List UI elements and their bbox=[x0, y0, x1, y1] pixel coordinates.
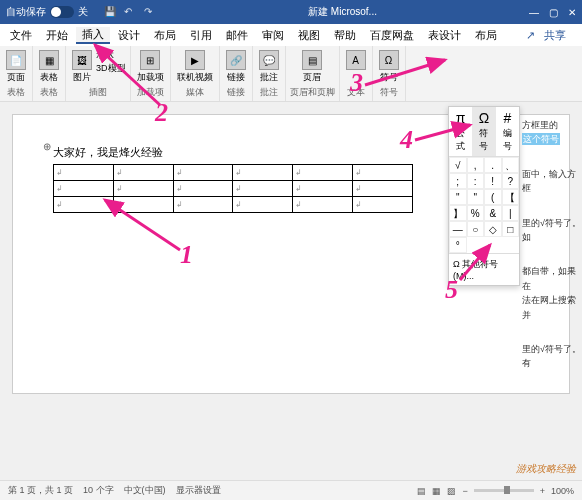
tab-help[interactable]: 帮助 bbox=[328, 28, 362, 43]
symbol-cell[interactable]: ° bbox=[449, 237, 467, 253]
symbol-cell[interactable]: 【 bbox=[502, 189, 520, 205]
view-read-icon[interactable]: ▤ bbox=[417, 486, 426, 496]
group-links: 🔗链接 链接 bbox=[220, 46, 253, 101]
tab-baidu[interactable]: 百度网盘 bbox=[364, 28, 420, 43]
link-button[interactable]: 🔗链接 bbox=[224, 48, 248, 86]
number-tab[interactable]: #编号 bbox=[496, 107, 519, 156]
table-icon: ▦ bbox=[39, 50, 59, 70]
symbol-grid: √,.、;:!?""(【】%&|—○◇□° bbox=[449, 157, 519, 253]
symbol-dropdown: π公式 Ω符号 #编号 √,.、;:!?""(【】%&|—○◇□° Ω 其他符号… bbox=[448, 106, 520, 286]
zoom-slider[interactable] bbox=[474, 489, 534, 492]
symbol-cell[interactable]: & bbox=[484, 205, 502, 221]
text-icon: A bbox=[346, 50, 366, 70]
group-media: ▶联机视频 媒体 bbox=[171, 46, 220, 101]
tab-design[interactable]: 设计 bbox=[112, 28, 146, 43]
addins-button[interactable]: ⊞加载项 bbox=[135, 48, 166, 86]
symbol-cell[interactable]: ; bbox=[449, 173, 467, 189]
status-page[interactable]: 第 1 页，共 1 页 bbox=[8, 484, 73, 497]
close-icon[interactable]: ✕ bbox=[568, 7, 576, 18]
side-text: 方框里的这个符号 面中，输入方框 里的√符号了。如 都自带，如果在法在网上搜索并… bbox=[522, 118, 582, 391]
group-addins: ⊞加载项 加载项 bbox=[131, 46, 171, 101]
tab-mail[interactable]: 邮件 bbox=[220, 28, 254, 43]
picture-icon: 🖼 bbox=[72, 50, 92, 70]
group-header: ▤页眉 页眉和页脚 bbox=[286, 46, 340, 101]
symbol-cell[interactable]: | bbox=[502, 205, 520, 221]
status-bar: 第 1 页，共 1 页 10 个字 中文(中国) 显示器设置 ▤ ▦ ▨ − +… bbox=[0, 480, 582, 500]
group-comments: 💬批注 批注 bbox=[253, 46, 286, 101]
redo-icon[interactable]: ↷ bbox=[144, 6, 156, 18]
maximize-icon[interactable]: ▢ bbox=[549, 7, 558, 18]
anchor-icon: ⊕ bbox=[43, 141, 51, 152]
zoom-level[interactable]: 100% bbox=[551, 486, 574, 496]
header-button[interactable]: ▤页眉 bbox=[300, 48, 324, 86]
symbol-cell[interactable]: ( bbox=[484, 189, 502, 205]
zoom-in[interactable]: + bbox=[540, 486, 545, 496]
ribbon: 📄页面 表格 ▦表格 表格 🖼图片 形状 3D模型 插图 ⊞加载项 加载项 ▶联… bbox=[0, 46, 582, 102]
quick-access-toolbar: 💾 ↶ ↷ bbox=[104, 6, 156, 18]
annotation-1: 1 bbox=[180, 240, 193, 270]
zoom-out[interactable]: − bbox=[462, 486, 467, 496]
shapes-button[interactable]: 形状 bbox=[96, 48, 126, 61]
symbol-cell[interactable]: √ bbox=[449, 157, 467, 173]
autosave-toggle[interactable]: 自动保存 关 bbox=[6, 5, 88, 19]
tab-view[interactable]: 视图 bbox=[292, 28, 326, 43]
symbol-cell[interactable]: : bbox=[467, 173, 485, 189]
tab-file[interactable]: 文件 bbox=[4, 28, 38, 43]
video-icon: ▶ bbox=[185, 50, 205, 70]
window-controls: — ▢ ✕ bbox=[529, 7, 576, 18]
view-print-icon[interactable]: ▦ bbox=[432, 486, 441, 496]
save-icon[interactable]: 💾 bbox=[104, 6, 116, 18]
symbol-cell[interactable]: ○ bbox=[467, 221, 485, 237]
share-button[interactable]: ↗ 共享 bbox=[520, 28, 578, 43]
symbol-cell[interactable]: , bbox=[467, 157, 485, 173]
status-display[interactable]: 显示器设置 bbox=[176, 484, 221, 497]
annotation-5: 5 bbox=[445, 275, 458, 305]
tab-insert[interactable]: 插入 bbox=[76, 27, 110, 44]
symbol-tab[interactable]: Ω符号 bbox=[472, 107, 495, 156]
tab-tdesign[interactable]: 表设计 bbox=[422, 28, 467, 43]
more-symbols[interactable]: Ω 其他符号(M)... bbox=[449, 253, 519, 285]
toggle-icon bbox=[50, 6, 74, 18]
symbol-cell[interactable]: " bbox=[467, 189, 485, 205]
symbol-cell[interactable]: . bbox=[484, 157, 502, 173]
model-button[interactable]: 3D模型 bbox=[96, 62, 126, 75]
symbol-button[interactable]: Ω符号 bbox=[377, 48, 401, 86]
pages-button[interactable]: 📄页面 bbox=[4, 48, 28, 86]
equation-tab[interactable]: π公式 bbox=[449, 107, 472, 156]
picture-button[interactable]: 🖼图片 bbox=[70, 48, 94, 86]
tab-references[interactable]: 引用 bbox=[184, 28, 218, 43]
symbol-cell[interactable]: 】 bbox=[449, 205, 467, 221]
window-title: 新建 Microsof... bbox=[164, 5, 521, 19]
group-illustrations: 🖼图片 形状 3D模型 插图 bbox=[66, 46, 131, 101]
tab-layout[interactable]: 布局 bbox=[148, 28, 182, 43]
group-tables: ▦表格 表格 bbox=[33, 46, 66, 101]
group-symbols: Ω符号 符号 bbox=[373, 46, 406, 101]
status-lang[interactable]: 中文(中国) bbox=[124, 484, 166, 497]
annotation-2: 2 bbox=[155, 98, 168, 128]
document-table[interactable]: ↲↲↲↲↲↲ ↲↲↲↲↲↲ ↲↲↲↲↲↲ bbox=[53, 164, 413, 213]
symbol-cell[interactable]: " bbox=[449, 189, 467, 205]
symbol-cell[interactable]: — bbox=[449, 221, 467, 237]
tab-review[interactable]: 审阅 bbox=[256, 28, 290, 43]
symbol-cell[interactable]: □ bbox=[502, 221, 520, 237]
symbol-cell[interactable]: ! bbox=[484, 173, 502, 189]
addins-icon: ⊞ bbox=[140, 50, 160, 70]
video-button[interactable]: ▶联机视频 bbox=[175, 48, 215, 86]
view-web-icon[interactable]: ▨ bbox=[447, 486, 456, 496]
watermark: 游戏攻略经验 bbox=[516, 462, 576, 476]
symbol-cell[interactable]: ◇ bbox=[484, 221, 502, 237]
symbol-cell[interactable]: % bbox=[467, 205, 485, 221]
status-words[interactable]: 10 个字 bbox=[83, 484, 114, 497]
table-button[interactable]: ▦表格 bbox=[37, 48, 61, 86]
annotation-4: 4 bbox=[400, 125, 413, 155]
comment-icon: 💬 bbox=[259, 50, 279, 70]
tab-tlayout[interactable]: 布局 bbox=[469, 28, 503, 43]
undo-icon[interactable]: ↶ bbox=[124, 6, 136, 18]
tab-home[interactable]: 开始 bbox=[40, 28, 74, 43]
menu-bar: 文件 开始 插入 设计 布局 引用 邮件 审阅 视图 帮助 百度网盘 表设计 布… bbox=[0, 24, 582, 46]
comment-button[interactable]: 💬批注 bbox=[257, 48, 281, 86]
omega-icon: Ω bbox=[379, 50, 399, 70]
symbol-cell[interactable]: 、 bbox=[502, 157, 520, 173]
symbol-cell[interactable]: ? bbox=[502, 173, 520, 189]
minimize-icon[interactable]: — bbox=[529, 7, 539, 18]
